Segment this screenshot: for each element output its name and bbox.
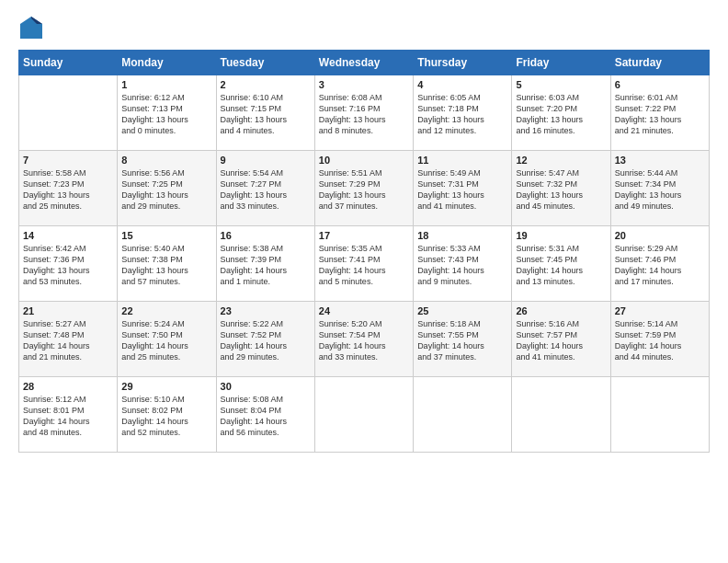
calendar-header: SundayMondayTuesdayWednesdayThursdayFrid… — [19, 51, 710, 75]
day-number: 3 — [319, 79, 409, 90]
day-number: 20 — [615, 230, 705, 241]
day-number: 19 — [516, 230, 606, 241]
header-day-saturday: Saturday — [610, 51, 709, 75]
calendar-cell: 24Sunrise: 5:20 AMSunset: 7:54 PMDayligh… — [314, 302, 413, 377]
day-number: 7 — [23, 155, 113, 166]
day-number: 9 — [221, 155, 311, 166]
day-number: 17 — [319, 230, 409, 241]
day-info: Sunrise: 5:44 AMSunset: 7:34 PMDaylight:… — [615, 167, 705, 213]
calendar-cell: 23Sunrise: 5:22 AMSunset: 7:52 PMDayligh… — [216, 302, 314, 377]
calendar-cell: 12Sunrise: 5:47 AMSunset: 7:32 PMDayligh… — [512, 151, 610, 226]
day-info: Sunrise: 5:38 AMSunset: 7:39 PMDaylight:… — [221, 243, 311, 288]
calendar-cell: 1Sunrise: 6:12 AMSunset: 7:13 PMDaylight… — [118, 75, 216, 151]
week-row-1: 1Sunrise: 6:12 AMSunset: 7:13 PMDaylight… — [19, 75, 710, 151]
calendar-cell: 29Sunrise: 5:10 AMSunset: 8:02 PMDayligh… — [118, 377, 216, 453]
header — [18, 15, 710, 40]
day-info: Sunrise: 5:14 AMSunset: 7:59 PMDaylight:… — [615, 318, 705, 363]
day-number: 26 — [516, 305, 606, 316]
calendar-cell: 21Sunrise: 5:27 AMSunset: 7:48 PMDayligh… — [19, 302, 118, 377]
day-info: Sunrise: 5:58 AMSunset: 7:23 PMDaylight:… — [23, 167, 113, 213]
day-number: 27 — [615, 305, 705, 316]
day-info: Sunrise: 5:10 AMSunset: 8:02 PMDaylight:… — [121, 394, 211, 439]
day-info: Sunrise: 5:47 AMSunset: 7:32 PMDaylight:… — [516, 167, 606, 213]
day-number: 13 — [615, 155, 705, 166]
day-info: Sunrise: 6:10 AMSunset: 7:15 PMDaylight:… — [221, 92, 311, 137]
day-number: 1 — [121, 79, 211, 90]
header-day-monday: Monday — [118, 51, 216, 75]
calendar-cell: 19Sunrise: 5:31 AMSunset: 7:45 PMDayligh… — [512, 226, 610, 302]
day-number: 15 — [121, 230, 211, 241]
calendar-cell — [19, 75, 118, 151]
calendar-cell — [512, 377, 610, 453]
header-day-friday: Friday — [512, 51, 610, 75]
calendar-cell — [314, 377, 413, 453]
header-day-thursday: Thursday — [414, 51, 512, 75]
calendar-cell: 13Sunrise: 5:44 AMSunset: 7:34 PMDayligh… — [610, 151, 709, 226]
calendar-cell: 27Sunrise: 5:14 AMSunset: 7:59 PMDayligh… — [610, 302, 709, 377]
day-info: Sunrise: 5:40 AMSunset: 7:38 PMDaylight:… — [121, 243, 211, 288]
calendar-cell: 10Sunrise: 5:51 AMSunset: 7:29 PMDayligh… — [314, 151, 413, 226]
day-number: 6 — [615, 79, 705, 90]
calendar-cell: 14Sunrise: 5:42 AMSunset: 7:36 PMDayligh… — [19, 226, 118, 302]
svg-marker-0 — [20, 17, 42, 39]
calendar-cell: 2Sunrise: 6:10 AMSunset: 7:15 PMDaylight… — [216, 75, 314, 151]
calendar-table: SundayMondayTuesdayWednesdayThursdayFrid… — [18, 50, 710, 453]
calendar-cell: 4Sunrise: 6:05 AMSunset: 7:18 PMDaylight… — [414, 75, 512, 151]
calendar-cell: 22Sunrise: 5:24 AMSunset: 7:50 PMDayligh… — [118, 302, 216, 377]
day-info: Sunrise: 5:27 AMSunset: 7:48 PMDaylight:… — [23, 318, 113, 363]
day-number: 25 — [417, 305, 507, 316]
calendar-cell: 16Sunrise: 5:38 AMSunset: 7:39 PMDayligh… — [216, 226, 314, 302]
day-info: Sunrise: 6:08 AMSunset: 7:16 PMDaylight:… — [319, 92, 409, 137]
calendar-body: 1Sunrise: 6:12 AMSunset: 7:13 PMDaylight… — [19, 75, 710, 453]
day-info: Sunrise: 5:08 AMSunset: 8:04 PMDaylight:… — [221, 394, 311, 439]
page: SundayMondayTuesdayWednesdayThursdayFrid… — [0, 0, 728, 462]
header-day-wednesday: Wednesday — [314, 51, 413, 75]
day-info: Sunrise: 5:49 AMSunset: 7:31 PMDaylight:… — [417, 167, 507, 213]
calendar-cell: 11Sunrise: 5:49 AMSunset: 7:31 PMDayligh… — [414, 151, 512, 226]
day-number: 24 — [319, 305, 409, 316]
calendar-cell: 26Sunrise: 5:16 AMSunset: 7:57 PMDayligh… — [512, 302, 610, 377]
calendar-cell: 8Sunrise: 5:56 AMSunset: 7:25 PMDaylight… — [118, 151, 216, 226]
day-info: Sunrise: 5:16 AMSunset: 7:57 PMDaylight:… — [516, 318, 606, 363]
day-info: Sunrise: 5:51 AMSunset: 7:29 PMDaylight:… — [319, 167, 409, 213]
day-number: 5 — [516, 79, 606, 90]
day-number: 11 — [417, 155, 507, 166]
day-info: Sunrise: 6:03 AMSunset: 7:20 PMDaylight:… — [516, 92, 606, 137]
day-number: 23 — [221, 305, 311, 316]
calendar-cell: 5Sunrise: 6:03 AMSunset: 7:20 PMDaylight… — [512, 75, 610, 151]
day-info: Sunrise: 6:01 AMSunset: 7:22 PMDaylight:… — [615, 92, 705, 137]
logo-icon — [18, 15, 44, 40]
logo — [18, 15, 48, 40]
week-row-5: 28Sunrise: 5:12 AMSunset: 8:01 PMDayligh… — [19, 377, 710, 453]
day-info: Sunrise: 5:54 AMSunset: 7:27 PMDaylight:… — [221, 167, 311, 213]
calendar-cell: 17Sunrise: 5:35 AMSunset: 7:41 PMDayligh… — [314, 226, 413, 302]
header-day-sunday: Sunday — [19, 51, 118, 75]
day-info: Sunrise: 5:12 AMSunset: 8:01 PMDaylight:… — [23, 394, 113, 439]
day-number: 12 — [516, 155, 606, 166]
calendar-cell: 3Sunrise: 6:08 AMSunset: 7:16 PMDaylight… — [314, 75, 413, 151]
calendar-cell: 20Sunrise: 5:29 AMSunset: 7:46 PMDayligh… — [610, 226, 709, 302]
calendar-cell: 15Sunrise: 5:40 AMSunset: 7:38 PMDayligh… — [118, 226, 216, 302]
day-number: 30 — [221, 381, 311, 392]
day-number: 10 — [319, 155, 409, 166]
calendar-cell: 30Sunrise: 5:08 AMSunset: 8:04 PMDayligh… — [216, 377, 314, 453]
week-row-4: 21Sunrise: 5:27 AMSunset: 7:48 PMDayligh… — [19, 302, 710, 377]
day-number: 29 — [121, 381, 211, 392]
week-row-2: 7Sunrise: 5:58 AMSunset: 7:23 PMDaylight… — [19, 151, 710, 226]
calendar-cell — [610, 377, 709, 453]
day-info: Sunrise: 5:35 AMSunset: 7:41 PMDaylight:… — [319, 243, 409, 288]
day-info: Sunrise: 6:12 AMSunset: 7:13 PMDaylight:… — [121, 92, 211, 137]
day-number: 14 — [23, 230, 113, 241]
calendar-cell: 6Sunrise: 6:01 AMSunset: 7:22 PMDaylight… — [610, 75, 709, 151]
day-info: Sunrise: 5:42 AMSunset: 7:36 PMDaylight:… — [23, 243, 113, 288]
day-number: 2 — [221, 79, 311, 90]
calendar-cell: 18Sunrise: 5:33 AMSunset: 7:43 PMDayligh… — [414, 226, 512, 302]
day-info: Sunrise: 5:33 AMSunset: 7:43 PMDaylight:… — [417, 243, 507, 288]
day-info: Sunrise: 5:31 AMSunset: 7:45 PMDaylight:… — [516, 243, 606, 288]
day-number: 28 — [23, 381, 113, 392]
day-number: 18 — [417, 230, 507, 241]
day-number: 21 — [23, 305, 113, 316]
day-number: 4 — [417, 79, 507, 90]
day-info: Sunrise: 5:22 AMSunset: 7:52 PMDaylight:… — [221, 318, 311, 363]
week-row-3: 14Sunrise: 5:42 AMSunset: 7:36 PMDayligh… — [19, 226, 710, 302]
